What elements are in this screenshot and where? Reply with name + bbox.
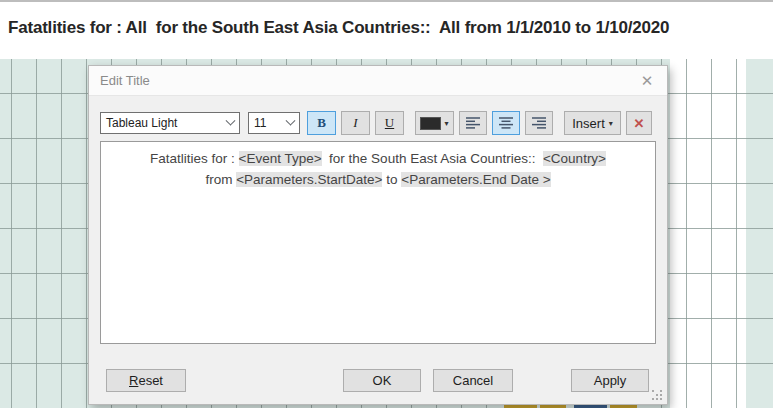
bold-button[interactable]: B — [307, 111, 336, 135]
chevron-down-icon — [226, 115, 236, 125]
chevron-down-icon: ▾ — [444, 119, 448, 128]
field-token-start-date: <Parameters.StartDate> — [236, 172, 382, 187]
align-center-icon — [499, 117, 513, 129]
dialog-title: Edit Title — [100, 73, 150, 88]
reset-button[interactable]: Reset — [106, 369, 186, 392]
worksheet-title: Fatatlities for : All for the South East… — [8, 18, 669, 38]
font-size-select[interactable]: 11 — [248, 112, 300, 134]
application-window: Fatatlities for : All for the South East… — [0, 0, 773, 408]
insert-menu-button[interactable]: Insert ▾ — [564, 111, 621, 135]
align-left-button[interactable] — [459, 111, 487, 135]
text-segment: for the South East Asia Countries:: — [322, 151, 543, 166]
edit-title-dialog: Edit Title ✕ Tableau Light 11 B I U ▾ — [88, 65, 668, 405]
align-left-icon — [466, 117, 480, 129]
text-segment: Fatatlities for : — [150, 151, 239, 166]
underline-button[interactable]: U — [375, 111, 404, 135]
reset-label-rest: eset — [138, 373, 163, 388]
title-text-editor[interactable]: Fatatlities for : <Event Type> for the S… — [100, 141, 656, 344]
format-toolbar: Tableau Light 11 B I U ▾ — [100, 110, 659, 136]
dialog-header: Edit Title ✕ — [89, 66, 667, 96]
text-segment: from — [205, 172, 236, 187]
align-right-button[interactable] — [525, 111, 553, 135]
field-token-end-date: <Parameters.End Date > — [401, 172, 550, 187]
field-token-event-type: <Event Type> — [239, 151, 322, 166]
editor-line-2: from <Parameters.StartDate> to <Paramete… — [101, 169, 655, 190]
close-icon[interactable]: ✕ — [637, 71, 657, 91]
clear-formatting-icon[interactable]: ✕ — [626, 111, 652, 135]
font-family-value: Tableau Light — [106, 116, 177, 130]
align-center-button[interactable] — [492, 111, 520, 135]
insert-label: Insert — [572, 116, 605, 131]
field-token-country: <Country> — [543, 151, 606, 166]
ok-button[interactable]: OK — [343, 369, 421, 392]
font-family-select[interactable]: Tableau Light — [100, 112, 240, 134]
text-segment: to — [382, 172, 401, 187]
chevron-down-icon — [286, 115, 296, 125]
apply-button[interactable]: Apply — [571, 369, 649, 392]
worksheet-title-bar: Fatatlities for : All for the South East… — [0, 2, 773, 59]
font-color-button[interactable]: ▾ — [415, 111, 454, 135]
cancel-button[interactable]: Cancel — [433, 369, 513, 392]
editor-line-1: Fatatlities for : <Event Type> for the S… — [101, 148, 655, 169]
reset-mnemonic: R — [129, 373, 138, 388]
color-swatch — [420, 117, 441, 130]
italic-button[interactable]: I — [341, 111, 370, 135]
resize-grip-icon[interactable] — [652, 390, 662, 400]
font-size-value: 11 — [254, 116, 266, 130]
chevron-down-icon: ▾ — [609, 119, 613, 128]
align-right-icon — [532, 117, 546, 129]
